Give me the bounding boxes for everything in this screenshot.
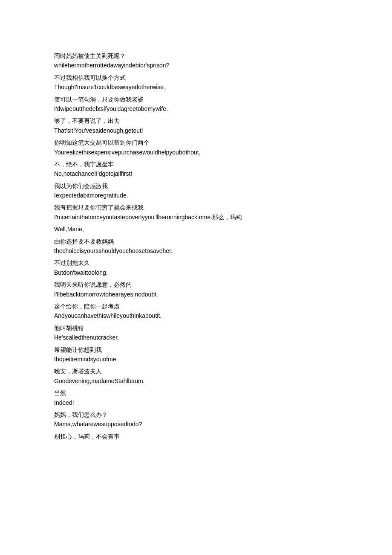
line-group: 够了，不要再说了，出去That'sit!You'vesaidenough,get… [54,116,338,135]
english-text: thechoiceisyoursshouldyouchoosetosaveher… [54,246,338,256]
english-text: ThoughI'msure1couldbeswayedotherwise. [54,82,338,92]
chinese-text: 不过我相信我可以换个方式 [54,73,338,82]
chinese-text: 由你选择要不要救妈妈 [54,237,338,246]
line-group: 当然Indeed! [54,388,338,407]
english-text: whilehermotherrottedawayindebtor'sprison… [54,61,338,70]
english-text: Butdon'twaittoolong. [54,268,338,277]
line-group: 这个给你，陪你一起考虑Andyoucanhavethiswhileyouthin… [54,302,338,321]
line-group: 我以为你们会感激我Iexpectedabitmoregratitude. [54,181,338,200]
line-group: 希望能让你想到我Ihopeitremindsyouofme. [54,345,338,364]
chinese-text: 债可以一笔勾消，只要你做我老婆 [54,95,338,104]
chinese-text: 够了，不要再说了，出去 [54,116,338,125]
line-group: 不，绝不，我宁愿坐牢No,notachance!I'dgotojailfirst… [54,160,338,179]
line-group: Well,Marie, [54,224,338,234]
line-group: 我明天来听你说愿意，必然的I'llbebacktomorrowtohearaye… [54,280,338,299]
chinese-text: 我明天来听你说愿意，必然的 [54,280,338,289]
english-text: Indeed! [54,398,338,407]
english-text: I'llbebacktomorrowtohearayes,nodoubt. [54,290,338,299]
chinese-text: 不过别拖太久 [54,258,338,267]
chinese-text: 我有把握只要你们穷了就会来找我 [54,203,338,212]
chinese-text: 这个给你，陪你一起考虑 [54,302,338,311]
chinese-text: 同时妈妈被债主关到死呢？ [54,51,338,61]
line-group: 我有把握只要你们穷了就会来找我I'mcertainthatonceyoutast… [54,203,338,222]
english-text: I'mcertainthatonceyoutastepovertyyou'llb… [54,212,338,222]
line-group: 妈妈，我们怎么办？Mama,whatarewesupposedtodo? [54,410,338,429]
english-text: Mama,whatarewesupposedtodo? [54,419,338,429]
chinese-text: 我以为你们会感激我 [54,181,338,191]
line-group: 他叫胡桃钳He'scalledthenutcracker. [54,323,338,343]
english-text: That'sit!You'vesaidenough,getout! [54,126,338,135]
english-text: Yourealizethisexpensivepurchasewouldhelp… [54,148,338,157]
chinese-text: Well,Marie, [54,224,338,234]
line-group: 别担心，玛莉，不会有事 [54,432,338,441]
line-group: 晚安，斯塔波夫人Goodevening,madameStahlbaum. [54,366,338,386]
english-text: He'scalledthenutcracker. [54,333,338,342]
chinese-text: 你明知这笔大交易可以帮到你们两个 [54,138,338,147]
line-group: 你明知这笔大交易可以帮到你们两个Yourealizethisexpensivep… [54,138,338,157]
english-text: Andyoucanhavethiswhileyouthinkaboutit. [54,311,338,320]
chinese-text: 当然 [54,388,338,398]
chinese-text: 妈妈，我们怎么办？ [54,410,338,419]
line-group: 债可以一笔勾消，只要你做我老婆I'dwipeoutthedebtsifyou'd… [54,95,338,114]
chinese-text: 他叫胡桃钳 [54,323,338,333]
line-group: 同时妈妈被债主关到死呢？whilehermotherrottedawayinde… [54,51,338,70]
english-text: Goodevening,madameStahlbaum. [54,376,338,386]
english-text: No,notachance!I'dgotojailfirst! [54,169,338,178]
line-group: 由你选择要不要救妈妈thechoiceisyoursshouldyouchoos… [54,237,338,256]
line-group: 不过别拖太久Butdon'twaittoolong. [54,258,338,277]
english-text: Ihopeitremindsyouofme. [54,355,338,364]
content-area: 同时妈妈被债主关到死呢？whilehermotherrottedawayinde… [54,51,338,441]
chinese-text: 不，绝不，我宁愿坐牢 [54,160,338,169]
chinese-text: 晚安，斯塔波夫人 [54,366,338,376]
line-group: 不过我相信我可以换个方式ThoughI'msure1couldbeswayedo… [54,73,338,92]
english-text: Iexpectedabitmoregratitude. [54,191,338,200]
english-text: I'dwipeoutthedebtsifyou'dagreetobemywife… [54,104,338,113]
chinese-text: 希望能让你想到我 [54,345,338,355]
chinese-text: 别担心，玛莉，不会有事 [54,432,338,441]
